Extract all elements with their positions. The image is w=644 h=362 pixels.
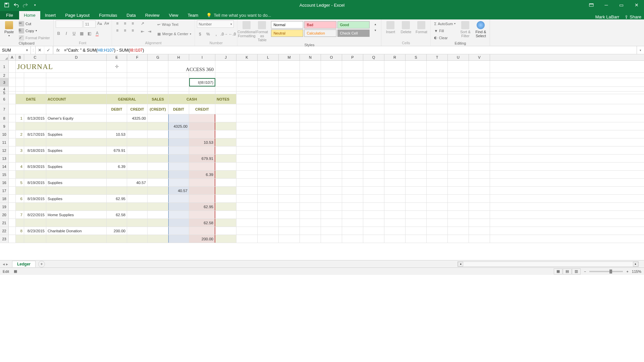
decrease-indent-icon[interactable]: ⇤	[140, 28, 146, 35]
cell[interactable]	[300, 104, 321, 114]
cell[interactable]	[469, 171, 490, 178]
cell[interactable]	[236, 219, 258, 227]
conditional-formatting-button[interactable]: Conditional Formatting	[239, 20, 254, 39]
cell[interactable]	[107, 219, 127, 227]
cell[interactable]	[46, 78, 107, 86]
cell[interactable]	[16, 187, 24, 194]
cell[interactable]	[127, 187, 148, 194]
cell[interactable]	[279, 146, 300, 154]
row-head-19[interactable]: 19	[0, 203, 9, 210]
cell[interactable]	[215, 122, 236, 130]
cell[interactable]	[279, 219, 300, 227]
cell[interactable]	[148, 61, 168, 72]
cell[interactable]	[448, 104, 469, 114]
cell[interactable]	[342, 114, 363, 122]
cell[interactable]	[127, 203, 148, 210]
cell[interactable]	[321, 73, 342, 78]
col-head-B[interactable]: B	[16, 54, 24, 60]
tab-data[interactable]: Data	[122, 11, 140, 19]
cell[interactable]	[469, 138, 490, 146]
cell[interactable]: Charitable Donation	[46, 227, 107, 235]
row-head-9[interactable]: 9	[0, 122, 9, 130]
hscroll-right-icon[interactable]: ▸	[633, 262, 638, 266]
cell[interactable]	[469, 187, 490, 194]
cell[interactable]: Supplies	[46, 179, 107, 186]
cell[interactable]	[469, 114, 490, 122]
cell[interactable]	[427, 155, 448, 162]
cell[interactable]	[342, 130, 363, 138]
cell[interactable]: 62.58	[107, 211, 127, 219]
cell[interactable]	[406, 195, 427, 202]
cell[interactable]	[236, 146, 258, 154]
cell[interactable]	[189, 73, 215, 78]
cell[interactable]	[236, 94, 258, 104]
cell[interactable]	[16, 138, 24, 146]
cell[interactable]	[46, 235, 107, 243]
cell[interactable]	[168, 171, 189, 178]
cell[interactable]	[300, 163, 321, 170]
cell[interactable]	[363, 114, 384, 122]
cell[interactable]	[300, 155, 321, 162]
cell[interactable]	[321, 92, 342, 94]
cell[interactable]	[215, 104, 236, 114]
cell[interactable]	[279, 211, 300, 219]
cell[interactable]: 8/22/2015	[24, 211, 46, 219]
cell[interactable]	[363, 195, 384, 202]
cell[interactable]	[107, 179, 127, 186]
cell[interactable]: Owner's Equity	[46, 114, 107, 122]
cell[interactable]	[127, 130, 148, 138]
cell[interactable]: Home Supplies	[46, 211, 107, 219]
cell[interactable]	[258, 87, 279, 91]
cell[interactable]	[406, 171, 427, 178]
cell[interactable]: DEBIT	[168, 104, 189, 114]
tab-insert[interactable]: Insert	[40, 11, 61, 19]
company-name[interactable]: ACCESS 360	[168, 61, 215, 72]
cell[interactable]	[406, 187, 427, 194]
cell[interactable]	[16, 235, 24, 243]
cell[interactable]	[258, 235, 279, 243]
cell[interactable]	[258, 219, 279, 227]
cell[interactable]	[406, 114, 427, 122]
cell[interactable]	[189, 163, 215, 170]
cell[interactable]: 4325.00	[127, 114, 148, 122]
cell[interactable]	[24, 73, 46, 78]
cell[interactable]	[148, 227, 168, 235]
cell[interactable]	[215, 163, 236, 170]
maximize-icon[interactable]: ▭	[614, 0, 629, 10]
cell[interactable]	[24, 235, 46, 243]
cell[interactable]	[148, 92, 168, 94]
cell[interactable]	[24, 171, 46, 178]
cell[interactable]: 3	[16, 146, 24, 154]
cell[interactable]	[427, 104, 448, 114]
cell[interactable]	[300, 61, 321, 72]
col-head-D[interactable]: D	[46, 54, 107, 60]
cell[interactable]	[107, 73, 127, 78]
cell[interactable]	[342, 171, 363, 178]
cell[interactable]	[9, 138, 16, 146]
find-select-button[interactable]: Find & Select	[474, 20, 488, 39]
cell[interactable]	[46, 104, 107, 114]
cell[interactable]	[321, 163, 342, 170]
col-head-P[interactable]: P	[342, 54, 363, 60]
cell[interactable]	[279, 203, 300, 210]
cell[interactable]: 8/19/2015	[24, 163, 46, 170]
tab-team[interactable]: Team	[183, 11, 203, 19]
row-head-15[interactable]: 15	[0, 171, 9, 178]
cell[interactable]	[342, 94, 363, 104]
cell[interactable]	[236, 73, 258, 78]
cell[interactable]	[469, 122, 490, 130]
style-good[interactable]: Good	[337, 21, 370, 28]
cell[interactable]	[215, 61, 236, 72]
cell[interactable]	[215, 130, 236, 138]
cell[interactable]: 8/23/2015	[24, 227, 46, 235]
col-head-U[interactable]: U	[448, 54, 469, 60]
cell[interactable]	[127, 146, 148, 154]
align-middle-icon[interactable]: ≡	[122, 20, 128, 26]
cell[interactable]	[168, 235, 189, 243]
cell[interactable]	[9, 163, 16, 170]
cell[interactable]	[384, 78, 406, 86]
cell[interactable]	[342, 211, 363, 219]
cell[interactable]	[148, 87, 168, 91]
cell[interactable]	[279, 114, 300, 122]
cell[interactable]	[215, 203, 236, 210]
